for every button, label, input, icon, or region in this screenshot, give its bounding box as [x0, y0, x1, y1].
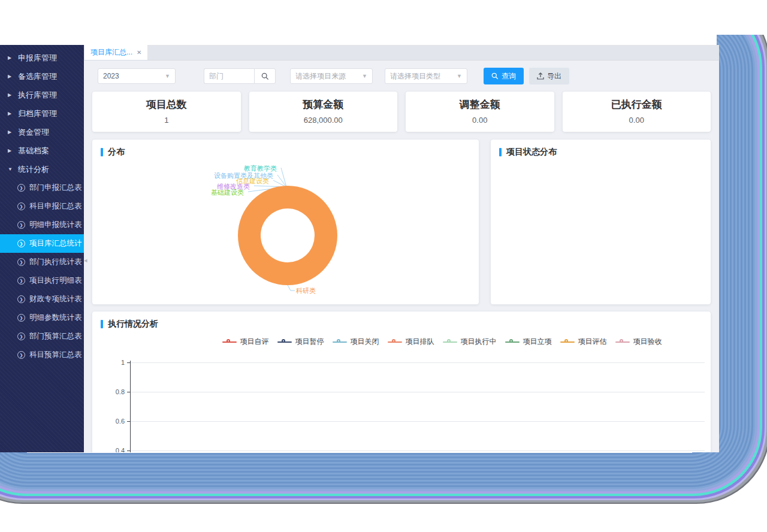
chevron-down-icon: ▼: [457, 73, 462, 79]
sidebar-subitem-label: 部门执行统计表: [29, 257, 82, 267]
panel-title: 执行情况分析: [108, 319, 158, 330]
y-axis-tick: [127, 421, 130, 422]
year-select[interactable]: 2023 ▼: [98, 68, 176, 84]
caret-right-icon: ▶: [8, 148, 13, 153]
legend-item-paused[interactable]: 项目暂停: [277, 337, 324, 347]
sidebar-item-archive-lib[interactable]: ▶ 归档库管理: [0, 104, 84, 123]
legend-item-evaluated[interactable]: 项目评估: [560, 337, 607, 347]
circle-arrow-icon: ❯: [17, 258, 25, 266]
legend-label: 项目关闭: [351, 337, 379, 347]
query-button-label: 查询: [502, 71, 516, 81]
legend-label: 项目执行中: [461, 337, 497, 347]
donut-hole: [261, 208, 315, 262]
sidebar-subitem-dept-exec[interactable]: ❯ 部门执行统计表: [0, 253, 84, 271]
legend-item-queued[interactable]: 项目排队: [388, 337, 434, 347]
y-axis-tick: [127, 392, 130, 392]
legend-item-closed[interactable]: 项目关闭: [333, 337, 379, 347]
gridline: [131, 392, 705, 392]
legend-label: 项目评估: [578, 337, 607, 347]
sidebar-subitem-label: 科目申报汇总表: [29, 201, 82, 211]
legend-item-accepted[interactable]: 项目验收: [615, 337, 662, 347]
sidebar-subitem-label: 部门申报汇总表: [29, 183, 82, 193]
project-source-placeholder: 请选择项目来源: [295, 71, 346, 81]
sidebar-item-execute-lib[interactable]: ▶ 执行库管理: [0, 86, 84, 104]
y-axis-tick-label: 0.4: [108, 447, 125, 452]
sidebar-item-label: 归档库管理: [18, 108, 57, 119]
caret-down-icon: ▼: [8, 167, 13, 172]
legend-marker-icon: [443, 339, 457, 345]
sidebar-item-candidate-lib[interactable]: ▶ 备选库管理: [0, 67, 84, 86]
sidebar-subitem-subject-declare[interactable]: ❯ 科目申报汇总表: [0, 197, 84, 216]
caret-right-icon: ▶: [8, 111, 13, 116]
donut-chart[interactable]: [238, 186, 337, 285]
close-icon[interactable]: ✕: [137, 49, 141, 56]
sidebar-item-statistics[interactable]: ▼ 统计分析: [0, 160, 84, 179]
sidebar-item-label: 基础档案: [18, 146, 49, 156]
legend-item-self-review[interactable]: 项目自评: [222, 337, 269, 347]
sidebar: ▶ 申报库管理 ▶ 备选库管理 ▶ 执行库管理 ▶ 归档库管理 ▶ 资金管理 ▶…: [0, 45, 84, 452]
filter-toolbar: 2023 ▼ 请选择项目来源 ▼ 请选择项目类型 ▼: [84, 61, 719, 92]
project-source-select[interactable]: 请选择项目来源 ▼: [290, 68, 373, 84]
legend-label: 项目验收: [633, 337, 662, 347]
y-axis-tick-label: 1: [108, 359, 125, 366]
legend-label: 项目自评: [240, 337, 269, 347]
caret-right-icon: ▶: [8, 55, 13, 61]
circle-arrow-icon: ❯: [17, 202, 25, 210]
line-chart-legend: 项目自评 项目暂停 项目关闭 项目排队: [92, 337, 711, 347]
stat-card-budget-amount: 预算金额 628,000.00: [249, 92, 398, 132]
panel-header: 项目状态分布: [491, 140, 711, 158]
legend-marker-icon: [333, 339, 347, 345]
panel-title: 项目状态分布: [506, 147, 557, 158]
sidebar-collapse-icon[interactable]: ◂: [84, 257, 87, 264]
search-icon: [261, 72, 269, 80]
year-select-value: 2023: [103, 72, 119, 80]
sidebar-item-declare-lib[interactable]: ▶ 申报库管理: [0, 49, 84, 67]
tab-bar: 项目库汇总... ✕: [84, 45, 719, 61]
sidebar-subitem-project-exec-detail[interactable]: ❯ 项目执行明细表: [0, 271, 84, 290]
legend-item-established[interactable]: 项目立项: [505, 337, 552, 347]
circle-arrow-icon: ❯: [17, 221, 25, 229]
sidebar-subitem-dept-budget[interactable]: ❯ 部门预算汇总表: [0, 327, 84, 346]
query-button[interactable]: 查询: [484, 68, 524, 84]
circle-arrow-icon: ❯: [17, 277, 25, 285]
circle-arrow-icon: ❯: [17, 240, 25, 247]
sidebar-subitem-subject-budget[interactable]: ❯ 科目预算汇总表: [0, 346, 84, 364]
circle-arrow-icon: ❯: [17, 332, 25, 340]
sidebar-subitem-dept-declare[interactable]: ❯ 部门申报汇总表: [0, 179, 84, 197]
sidebar-item-label: 统计分析: [18, 164, 49, 175]
sidebar-subitem-project-lib-summary[interactable]: ❯ 项目库汇总统计: [0, 234, 84, 253]
sidebar-subitem-detail-params[interactable]: ❯ 明细参数统计表: [0, 309, 84, 327]
charts-row: 分布 教育教学类 设备购置类及其他类 信息建设类: [92, 140, 711, 304]
stat-card-executed-amount: 已执行金额 0.00: [563, 92, 711, 132]
main-content: 项目库汇总... ✕ 2023 ▼ 请选择项目来源 ▼: [84, 45, 719, 452]
sidebar-subitem-fiscal-special[interactable]: ❯ 财政专项统计表: [0, 290, 84, 309]
sidebar-item-base-archives[interactable]: ▶ 基础档案: [0, 141, 84, 160]
page: ▶ 申报库管理 ▶ 备选库管理 ▶ 执行库管理 ▶ 归档库管理 ▶ 资金管理 ▶…: [0, 0, 767, 532]
legend-item-executing[interactable]: 项目执行中: [443, 337, 497, 347]
tab-project-lib-summary[interactable]: 项目库汇总... ✕: [84, 45, 147, 60]
stat-cards-row: 项目总数 1 预算金额 628,000.00 调整金额 0.00 已执行金额 0…: [92, 92, 711, 132]
search-icon: [491, 72, 499, 80]
gridline: [131, 362, 705, 363]
circle-arrow-icon: ❯: [17, 295, 25, 303]
distribution-panel: 分布 教育教学类 设备购置类及其他类 信息建设类: [92, 140, 479, 304]
sidebar-subitem-label: 明细参数统计表: [29, 313, 82, 323]
sidebar-subitem-label: 部门预算汇总表: [29, 331, 82, 341]
stat-value: 628,000.00: [249, 116, 398, 125]
sidebar-subitem-detail-declare[interactable]: ❯ 明细申报统计表: [0, 216, 84, 234]
project-type-select[interactable]: 请选择项目类型 ▼: [385, 68, 467, 84]
sidebar-subitem-label: 明细申报统计表: [29, 220, 82, 230]
execution-analysis-panel: 执行情况分析 项目自评 项目暂停 项目关闭: [92, 312, 711, 452]
department-search-button[interactable]: [254, 68, 276, 84]
export-button[interactable]: 导出: [529, 68, 569, 84]
sidebar-subitem-label: 项目执行明细表: [29, 276, 82, 286]
project-type-placeholder: 请选择项目类型: [390, 71, 440, 81]
stat-card-project-total: 项目总数 1: [92, 92, 241, 132]
legend-marker-icon: [505, 339, 520, 345]
pie-label: 科研类: [296, 286, 316, 295]
y-axis-tick-label: 0.6: [108, 418, 125, 425]
header-accent-bar: [499, 148, 502, 156]
sidebar-item-funds[interactable]: ▶ 资金管理: [0, 123, 84, 141]
department-input[interactable]: [204, 68, 254, 84]
sidebar-subitem-label: 项目库汇总统计: [29, 238, 82, 249]
